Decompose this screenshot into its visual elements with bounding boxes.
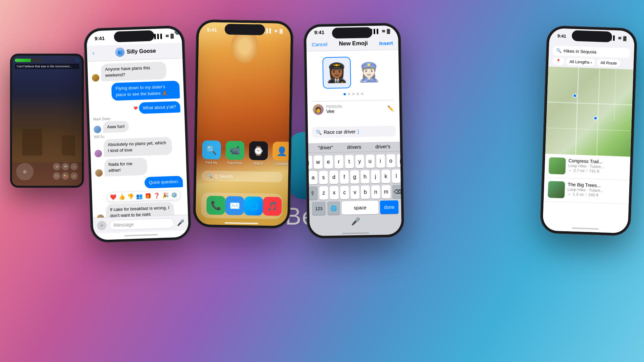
- mic-button[interactable]: 🎤: [177, 219, 184, 227]
- key-f[interactable]: f: [340, 171, 349, 184]
- key-p[interactable]: p: [397, 154, 402, 168]
- key-u[interactable]: u: [366, 155, 375, 168]
- messages-title: Silly Goose: [126, 48, 156, 55]
- app-contacts[interactable]: 👤 Contacts: [272, 142, 291, 166]
- key-k[interactable]: k: [381, 170, 390, 183]
- key-a[interactable]: a: [309, 171, 318, 184]
- tapback-exclaim[interactable]: 🎁: [145, 193, 152, 199]
- key-h[interactable]: h: [361, 170, 370, 183]
- maps-map-area[interactable]: [545, 67, 634, 157]
- key-shift[interactable]: ⇧: [307, 186, 318, 200]
- emoji-option-1[interactable]: 👩🏾‍✈️: [323, 57, 351, 88]
- key-e[interactable]: e: [324, 155, 333, 169]
- dock-music[interactable]: 🎵: [263, 197, 282, 216]
- maps-search-bar[interactable]: 🔍 Hikes in Sequoia: [553, 46, 630, 58]
- map-marker-2: [593, 116, 597, 120]
- tapback-question[interactable]: ❓: [153, 192, 160, 199]
- dock-safari[interactable]: 🌐: [244, 196, 263, 216]
- maps-results-list: Congress Trail... Loop Hike · Tulare... …: [543, 154, 630, 227]
- key-o[interactable]: o: [386, 154, 395, 168]
- key-x[interactable]: x: [330, 186, 339, 199]
- game-btn-5[interactable]: 💊: [62, 172, 69, 180]
- key-n[interactable]: n: [371, 185, 380, 199]
- key-m[interactable]: m: [382, 185, 391, 198]
- maps-result-1[interactable]: Congress Trail... Loop Hike · Tulare... …: [544, 154, 630, 181]
- game-dpad[interactable]: ⊕: [16, 163, 34, 180]
- game-btn-1[interactable]: ⚙: [53, 163, 60, 170]
- suggestion-1[interactable]: "driver": [318, 145, 333, 150]
- emoji-insert-button[interactable]: Insert: [379, 40, 393, 46]
- key-i[interactable]: i: [376, 155, 385, 168]
- key-d[interactable]: d: [329, 171, 338, 184]
- dock-phone[interactable]: 📞: [206, 196, 225, 215]
- emoji-person-name: Vee: [326, 109, 342, 114]
- emoji-person-avatar: 👩: [313, 104, 324, 115]
- tapback-thumbup[interactable]: 👍: [118, 193, 125, 200]
- key-q[interactable]: q: [306, 156, 312, 169]
- maps-wifi: ≋: [618, 35, 622, 40]
- keyboard-mic[interactable]: 🎤: [311, 214, 400, 230]
- video-call-button[interactable]: 📹: [174, 28, 182, 36]
- game-btn-2[interactable]: 🗺: [62, 163, 69, 170]
- tapback-heart[interactable]: ❤️: [110, 194, 117, 200]
- key-numbers[interactable]: 123: [312, 202, 326, 216]
- tapback-more[interactable]: ⚙️: [171, 192, 178, 198]
- app-find-my[interactable]: 🔍 Find My: [202, 140, 221, 165]
- attachment-button[interactable]: +: [97, 221, 107, 230]
- emoji-battery: ▓: [387, 28, 390, 34]
- keyboard-row-3: ⇧ z x c v b n m ⌫: [312, 185, 398, 200]
- maps-filter-row: 📍 All Lengths › All Route: [552, 57, 630, 67]
- tapback-thumbdown[interactable]: 👎: [127, 193, 134, 200]
- key-emoji[interactable]: 🌐: [327, 201, 340, 215]
- key-j[interactable]: j: [371, 170, 380, 183]
- key-s[interactable]: s: [319, 171, 328, 184]
- emoji-options-row: 👩🏾‍✈️ 👮🏻‍♀️: [323, 57, 383, 88]
- key-w[interactable]: w: [314, 156, 323, 169]
- sender-avatar-4: [94, 126, 101, 133]
- sender-avatar-6: [95, 169, 103, 177]
- maps-result-info-2: The Big Trees... Loop Hike · Tulare... ↔…: [567, 182, 604, 198]
- key-done[interactable]: done: [380, 200, 398, 214]
- key-r[interactable]: r: [334, 155, 343, 169]
- dot-3: [352, 93, 355, 95]
- dock-mail[interactable]: ✉️: [225, 196, 244, 215]
- maps-filter-route[interactable]: All Route: [597, 59, 620, 67]
- messages-body[interactable]: Anyone have plans this weekend? Flying d…: [87, 58, 188, 218]
- home-icons-area: 🔍 Find My 📹 FaceTime ⌚ Watch 👤 Contacts: [202, 140, 283, 166]
- phone-messages-device: 9:41 ▌▌▌ ≋ ▓ ‹ 👥 Silly Goose 📹: [84, 25, 192, 243]
- key-c[interactable]: c: [340, 186, 349, 199]
- game-btn-4[interactable]: 🛡: [53, 172, 60, 180]
- key-z[interactable]: z: [319, 186, 328, 200]
- distance-value-1: 2.7 mi: [574, 168, 585, 173]
- emoji-search-field[interactable]: 🔍 Race car driver |: [312, 126, 396, 138]
- key-l[interactable]: l: [392, 170, 401, 183]
- emoji-status-time: 9:41: [314, 29, 324, 35]
- tapback-custom[interactable]: 🎉: [162, 192, 169, 199]
- bubble-4: Aww fun!: [103, 121, 129, 133]
- emoji-option-2[interactable]: 👮🏻‍♀️: [355, 57, 383, 87]
- key-v[interactable]: v: [351, 186, 360, 199]
- phone-maps-device: 9:41 ▌▌▌ ≋ ▓ 🔍 Hikes in Sequoia 📍 All Le…: [540, 25, 637, 236]
- maps-result-thumb-2: [548, 181, 565, 198]
- message-input-field[interactable]: iMessage: [109, 218, 174, 230]
- suggestion-2[interactable]: drivers: [347, 144, 361, 150]
- app-facetime[interactable]: 📹 FaceTime: [225, 141, 245, 165]
- maps-result-2[interactable]: The Big Trees... Loop Hike · Tulare... ↔…: [544, 177, 630, 204]
- app-watch[interactable]: ⌚ Watch: [249, 141, 268, 165]
- key-delete[interactable]: ⌫: [392, 185, 402, 199]
- home-status-time: 9:41: [207, 27, 217, 33]
- game-btn-3[interactable]: ⚔: [70, 163, 78, 170]
- emoji-cancel-button[interactable]: Cancel: [312, 41, 327, 47]
- suggestion-3[interactable]: driver's: [375, 144, 390, 149]
- signal-icon: ▌▌▌: [154, 34, 163, 39]
- key-g[interactable]: g: [350, 170, 359, 184]
- emoji-edit-button[interactable]: ✏️: [387, 105, 394, 112]
- key-b[interactable]: b: [361, 185, 370, 199]
- tapback-haha[interactable]: 👥: [136, 193, 143, 200]
- maps-filter-length[interactable]: All Lengths ›: [566, 58, 595, 66]
- game-btn-6[interactable]: ⚡: [70, 172, 78, 180]
- key-t[interactable]: t: [345, 155, 354, 168]
- key-space[interactable]: space: [342, 201, 379, 215]
- home-search-bar[interactable]: 🔍 Q Search: [202, 171, 283, 182]
- key-y[interactable]: y: [355, 155, 364, 168]
